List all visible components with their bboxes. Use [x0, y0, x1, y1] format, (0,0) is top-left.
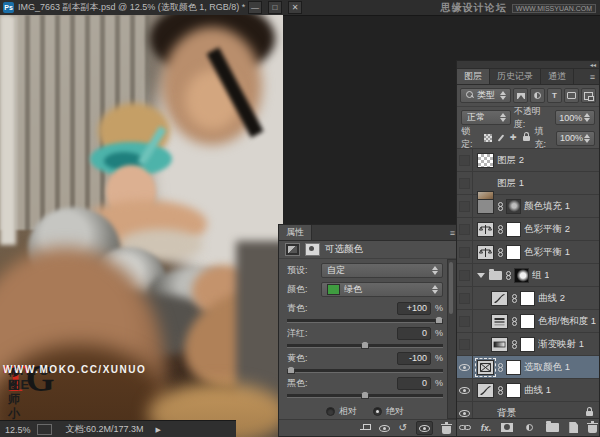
visibility-toggle[interactable]	[457, 379, 473, 401]
layer-row[interactable]: 色相/饱和度 1	[457, 310, 599, 333]
visibility-toggle[interactable]	[457, 172, 473, 194]
yellow-slider[interactable]	[287, 369, 443, 373]
selective-color-icon[interactable]	[477, 360, 494, 375]
lock-transparency-icon[interactable]	[483, 133, 493, 144]
layer-thumbnail[interactable]	[477, 153, 494, 168]
mask-link-icon[interactable]	[497, 225, 503, 234]
absolute-radio[interactable]: 绝对	[373, 405, 404, 418]
mask-link-icon[interactable]	[497, 248, 503, 257]
previous-state-eye-icon[interactable]	[379, 425, 390, 432]
fill-layer-thumbnail[interactable]	[477, 199, 494, 214]
new-layer-icon[interactable]	[569, 422, 578, 433]
layer-mask-thumbnail[interactable]	[506, 245, 521, 260]
group-folder-icon[interactable]	[489, 271, 502, 280]
opacity-dropdown[interactable]: 100%	[555, 110, 595, 125]
layer-mask-thumbnail[interactable]	[506, 222, 521, 237]
layer-style-icon[interactable]: fx.	[481, 423, 492, 433]
filter-adjustment-layers-icon[interactable]	[530, 88, 545, 103]
gradient-map-icon[interactable]	[491, 337, 508, 352]
group-expand-icon[interactable]	[477, 273, 485, 278]
color-balance-icon[interactable]	[477, 245, 494, 260]
filter-type-dropdown[interactable]: 类型	[460, 88, 511, 103]
relative-radio[interactable]: 相对	[326, 405, 357, 418]
layer-row[interactable]: 组 1	[457, 264, 599, 287]
reset-icon[interactable]: ↺	[399, 423, 407, 433]
add-mask-icon[interactable]	[501, 423, 513, 432]
close-button[interactable]: ✕	[288, 1, 302, 14]
zoom-level-field[interactable]: 12.5%	[5, 425, 31, 435]
layer-mask-thumbnail[interactable]	[520, 291, 535, 306]
mask-link-icon[interactable]	[497, 386, 503, 395]
clip-to-layer-icon[interactable]	[360, 424, 370, 433]
mask-link-icon[interactable]	[497, 363, 503, 372]
layer-row[interactable]: 曲线 1	[457, 379, 599, 402]
tab-history[interactable]: 历史记录	[490, 69, 541, 84]
layer-mask-thumbnail[interactable]	[506, 383, 521, 398]
visibility-toggle-icon[interactable]	[416, 421, 433, 435]
group-mask-thumbnail[interactable]	[514, 268, 529, 283]
collapse-panels-icon[interactable]: ◂◂	[590, 62, 596, 68]
lock-all-icon[interactable]	[521, 133, 531, 144]
slider-thumb[interactable]	[287, 366, 295, 374]
lock-pixels-icon[interactable]	[496, 133, 506, 144]
mask-link-icon[interactable]	[497, 202, 503, 211]
slider-thumb[interactable]	[361, 391, 369, 399]
preset-dropdown[interactable]: 自定	[321, 263, 443, 278]
color-balance-icon[interactable]	[477, 222, 494, 237]
tab-properties[interactable]: 属性	[279, 225, 312, 240]
layer-row[interactable]: 色彩平衡 2	[457, 218, 599, 241]
layer-row[interactable]: 颜色填充 1	[457, 195, 599, 218]
mask-link-icon[interactable]	[511, 294, 517, 303]
mask-link-icon[interactable]	[511, 340, 517, 349]
slider-thumb[interactable]	[435, 316, 443, 324]
blend-mode-dropdown[interactable]: 正常	[461, 110, 511, 125]
panel-menu-icon[interactable]: ≡	[586, 69, 599, 84]
status-menu-arrow[interactable]: ▶	[156, 426, 161, 434]
filter-type-layers-icon[interactable]: T	[547, 88, 562, 103]
slider-thumb[interactable]	[361, 341, 369, 349]
magenta-slider[interactable]	[287, 344, 443, 348]
curves-icon[interactable]	[477, 383, 494, 398]
layer-row[interactable]: 色彩平衡 1	[457, 241, 599, 264]
colors-dropdown[interactable]: 绿色	[321, 282, 443, 297]
layer-row[interactable]: 渐变映射 1	[457, 333, 599, 356]
magenta-value-field[interactable]: 0	[397, 327, 431, 340]
delete-adjustment-icon[interactable]	[442, 426, 451, 434]
layer-row[interactable]: 图层 1	[457, 172, 599, 195]
visibility-toggle[interactable]	[457, 195, 473, 217]
maximize-button[interactable]: □	[268, 1, 282, 14]
cyan-value-field[interactable]: +100	[397, 302, 431, 315]
layer-mask-thumbnail[interactable]	[506, 360, 521, 375]
layer-row[interactable]: 曲线 2	[457, 287, 599, 310]
layer-row-selected[interactable]: 选取颜色 1	[457, 356, 599, 379]
yellow-value-field[interactable]: -100	[397, 352, 431, 365]
visibility-toggle[interactable]	[457, 241, 473, 263]
tab-layers[interactable]: 图层	[457, 69, 490, 84]
visibility-toggle[interactable]	[457, 333, 473, 355]
visibility-toggle[interactable]	[457, 218, 473, 240]
minimize-button[interactable]: —	[248, 1, 262, 14]
hue-saturation-icon[interactable]	[491, 314, 508, 329]
curves-icon[interactable]	[491, 291, 508, 306]
layer-row[interactable]: 图层 2	[457, 149, 599, 172]
visibility-toggle[interactable]	[457, 287, 473, 309]
new-group-icon[interactable]	[546, 423, 559, 432]
delete-layer-icon[interactable]	[588, 425, 597, 433]
layer-mask-thumbnail[interactable]	[520, 337, 535, 352]
link-layers-icon[interactable]	[459, 425, 471, 430]
mask-link-icon[interactable]	[511, 317, 517, 326]
mask-link-icon[interactable]	[505, 271, 511, 280]
black-value-field[interactable]: 0	[397, 377, 431, 390]
mask-target-icon[interactable]	[305, 243, 320, 256]
lock-position-icon[interactable]: ✚	[508, 133, 518, 144]
filter-pixel-layers-icon[interactable]	[513, 88, 528, 103]
tab-channels[interactable]: 通道	[541, 69, 574, 84]
layer-mask-thumbnail[interactable]	[506, 199, 521, 214]
new-adjustment-layer-icon[interactable]	[523, 421, 536, 434]
fill-dropdown[interactable]: 100%	[556, 131, 595, 146]
layer-mask-thumbnail[interactable]	[520, 314, 535, 329]
visibility-toggle[interactable]	[457, 264, 473, 286]
cyan-slider[interactable]	[287, 319, 443, 323]
photo-canvas[interactable]: TG XIAO HE 修图师小贺 WWW.MOKO.CC/XUNUO 12.5%…	[0, 15, 283, 437]
filter-smart-objects-icon[interactable]	[581, 88, 596, 103]
